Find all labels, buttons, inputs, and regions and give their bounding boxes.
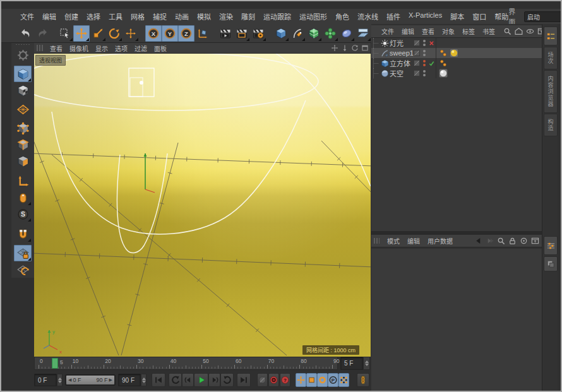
next-frame-button[interactable]: [208, 373, 220, 387]
make-editable-button[interactable]: [14, 47, 32, 63]
current-frame-stepper[interactable]: [363, 357, 370, 370]
menu-item[interactable]: 运动图形: [299, 11, 327, 21]
polygons-mode-button[interactable]: [14, 153, 32, 169]
range-end-stepper[interactable]: [141, 374, 146, 386]
object-name[interactable]: 灯光: [390, 38, 412, 48]
menu-item[interactable]: 动画: [175, 11, 189, 21]
menu-item[interactable]: 角色: [335, 11, 349, 21]
points-mode-button[interactable]: [14, 120, 32, 136]
menu-item[interactable]: 帮助: [494, 11, 508, 21]
magnet-snap-button[interactable]: [14, 226, 32, 242]
autokey-button[interactable]: ?: [280, 373, 290, 387]
menu-item[interactable]: 脚本: [450, 11, 464, 21]
object-name[interactable]: sweep1: [390, 49, 412, 57]
move-tool-button[interactable]: [73, 25, 90, 42]
filter-icon[interactable]: [525, 27, 534, 36]
object-manager-menu-item[interactable]: 标签: [462, 27, 475, 36]
visibility-dot[interactable]: [423, 44, 426, 46]
coord-system-button[interactable]: [194, 25, 211, 42]
undo-button[interactable]: [18, 25, 34, 42]
range-start-field[interactable]: 0 F: [34, 374, 57, 386]
visibility-dot[interactable]: [423, 74, 426, 76]
object-row[interactable]: 天空: [371, 68, 542, 78]
viewport-menu-item[interactable]: 摄像机: [69, 44, 88, 53]
object-manager-menu-item[interactable]: 对象: [442, 27, 455, 36]
phong-tag[interactable]: [438, 59, 448, 68]
attribute-manager[interactable]: [371, 249, 542, 392]
object-manager-menu-item[interactable]: 文件: [381, 27, 394, 36]
menu-item[interactable]: 选择: [87, 11, 100, 21]
preview-range-slider[interactable]: ◀ 0 F 90 F ▶: [65, 374, 116, 386]
visibility-dots[interactable]: [421, 70, 427, 76]
menu-item[interactable]: 流水线: [357, 11, 378, 21]
tweak-mode-button[interactable]: [14, 189, 32, 206]
goto-start-button[interactable]: [152, 373, 165, 387]
range-start-stepper[interactable]: [57, 374, 63, 386]
attribute-manager-menu-item[interactable]: 模式: [387, 236, 400, 246]
last-tool-button[interactable]: [123, 25, 139, 42]
goto-end-button[interactable]: [237, 373, 251, 387]
home-icon[interactable]: [514, 27, 523, 36]
layer-toggle[interactable]: [412, 50, 421, 56]
menu-item[interactable]: 工具: [109, 11, 123, 21]
layer-toggle[interactable]: [412, 70, 421, 76]
play-button[interactable]: [194, 373, 208, 387]
attribute-manager-grip[interactable]: [374, 238, 380, 244]
menu-item[interactable]: 插件: [386, 11, 400, 21]
key-pla-button[interactable]: [338, 373, 349, 387]
preview-range-bar[interactable]: ◀ 0 F 90 F ▶: [66, 376, 114, 384]
visibility-dots[interactable]: [421, 50, 427, 56]
edges-mode-button[interactable]: [14, 136, 32, 153]
viewport-view-label[interactable]: 透视视图: [35, 55, 66, 66]
material-tag[interactable]: [449, 49, 458, 58]
model-mode-button[interactable]: [14, 66, 32, 82]
record-key-button[interactable]: [268, 373, 279, 387]
orbit-icon[interactable]: [350, 44, 359, 52]
snap-enable-button[interactable]: S: [14, 206, 32, 222]
enable-toggle[interactable]: [427, 61, 436, 66]
scale-tool-button[interactable]: [90, 25, 106, 42]
menu-item[interactable]: 捕捉: [153, 11, 167, 21]
menu-item[interactable]: 模拟: [197, 11, 211, 21]
menu-item[interactable]: 文件: [20, 11, 34, 21]
axis-y-toggle-button[interactable]: Y: [162, 25, 178, 42]
viewport-menu-item[interactable]: 选项: [115, 44, 128, 53]
viewport-menu-item[interactable]: 面板: [154, 44, 167, 53]
loop-back-button[interactable]: [169, 373, 182, 387]
tab-takes[interactable]: 场次: [544, 47, 558, 69]
viewport-menu-item[interactable]: 过滤: [135, 44, 147, 53]
tab-content-browser[interactable]: 内容浏览器: [544, 70, 558, 113]
attribute-manager-menu-item[interactable]: 编辑: [407, 236, 420, 246]
loop-forward-button[interactable]: [220, 373, 234, 387]
visibility-dot[interactable]: [423, 40, 426, 42]
menu-item[interactable]: X-Particles: [409, 11, 442, 21]
add-field-button[interactable]: [338, 25, 355, 42]
back-icon[interactable]: [474, 237, 482, 246]
workplane-mode-button[interactable]: [14, 101, 32, 117]
axis-x-toggle-button[interactable]: X: [145, 25, 162, 42]
viewport-menu-item[interactable]: 显示: [95, 44, 108, 53]
object-row[interactable]: 立方体: [371, 58, 542, 68]
redo-button[interactable]: [34, 25, 51, 42]
add-environment-button[interactable]: [355, 25, 371, 42]
workplane-lock-button[interactable]: [14, 245, 32, 261]
object-row[interactable]: sweep1: [371, 48, 542, 58]
timeline-ruler[interactable]: 01020304050607080905: [34, 357, 338, 370]
visibility-dot[interactable]: [423, 54, 426, 56]
visibility-dot[interactable]: [423, 50, 426, 52]
dolly-icon[interactable]: [340, 44, 349, 52]
add-deformer-button[interactable]: [322, 25, 338, 42]
key-position-button[interactable]: [296, 373, 306, 387]
object-manager-menu-item[interactable]: 书签: [482, 27, 495, 36]
current-frame-field[interactable]: 5 F: [340, 357, 363, 370]
tab-layers[interactable]: [544, 256, 558, 271]
visibility-dot[interactable]: [423, 64, 426, 66]
interface-dropdown[interactable]: 启动 ▼: [524, 11, 562, 22]
record-disabled-button[interactable]: [257, 373, 268, 387]
object-name[interactable]: 立方体: [390, 58, 412, 68]
keyframe-selection-button[interactable]: [357, 373, 369, 387]
pan-icon[interactable]: [330, 44, 338, 52]
maximize-icon[interactable]: [361, 44, 369, 52]
tab-objects[interactable]: [544, 27, 558, 45]
render-view-button[interactable]: [217, 25, 234, 42]
